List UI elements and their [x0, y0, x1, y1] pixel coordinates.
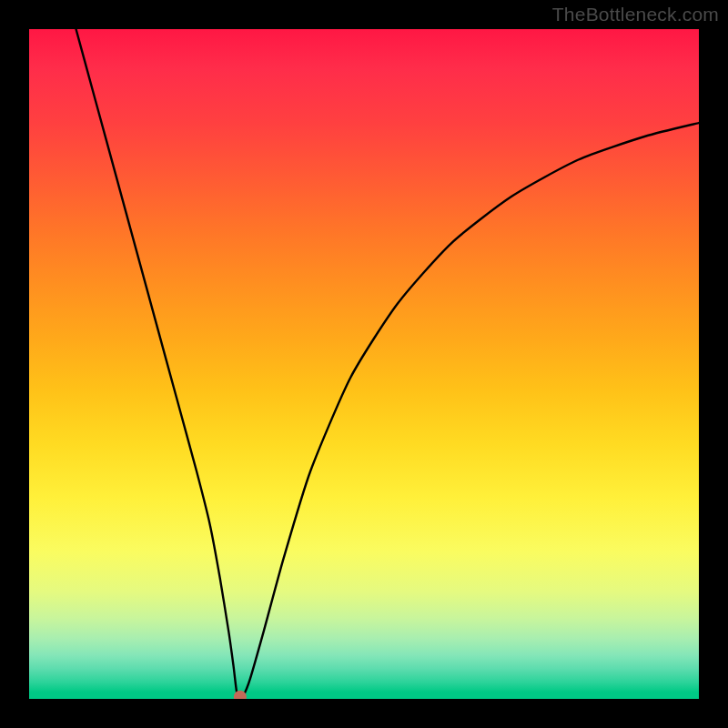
chart-container: TheBottleneck.com [0, 0, 728, 728]
plot-area [29, 29, 699, 699]
curve-svg [29, 29, 699, 699]
bottleneck-curve-path [76, 29, 699, 697]
watermark-text: TheBottleneck.com [552, 4, 719, 25]
